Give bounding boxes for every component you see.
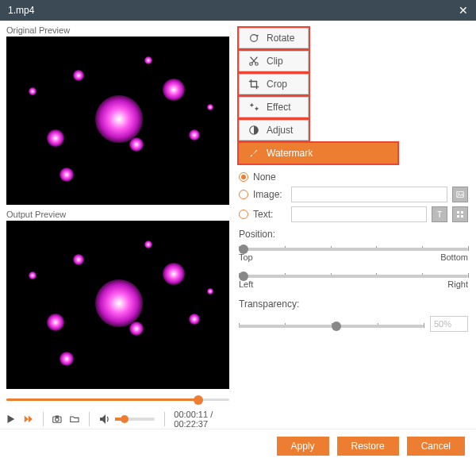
- titlebar: 1.mp4 ✕: [0, 0, 476, 21]
- close-icon[interactable]: ✕: [459, 4, 468, 17]
- rotate-icon: [248, 32, 260, 44]
- clip-label: Clip: [267, 56, 283, 67]
- playback-time: 00:00:11 / 00:22:37: [174, 410, 229, 429]
- svg-rect-14: [457, 211, 459, 214]
- tools-column: Rotate Clip Crop Effect Adjust: [236, 21, 476, 429]
- fast-forward-icon[interactable]: [24, 413, 33, 425]
- pos-right-label: Right: [447, 279, 468, 289]
- rotate-tool[interactable]: Rotate: [239, 28, 309, 48]
- pos-top-label: Top: [239, 252, 253, 262]
- position-label: Position:: [239, 229, 468, 240]
- rotate-label: Rotate: [267, 33, 294, 44]
- scrub-bar[interactable]: [6, 395, 229, 403]
- svg-marker-2: [29, 416, 33, 423]
- volume-control[interactable]: [99, 413, 155, 425]
- play-icon[interactable]: [6, 413, 16, 425]
- main-area: Original Preview Output Preview: [0, 21, 476, 429]
- browse-image-button[interactable]: [452, 187, 468, 202]
- crop-icon: [248, 78, 260, 90]
- transparency-value[interactable]: 50%: [430, 316, 468, 332]
- svg-marker-0: [7, 415, 14, 423]
- none-radio[interactable]: [239, 172, 248, 182]
- image-label: Image:: [253, 189, 286, 200]
- footer: Apply Restore Cancel: [0, 429, 476, 462]
- svg-point-4: [56, 418, 59, 422]
- cancel-button[interactable]: Cancel: [407, 437, 465, 456]
- crop-label: Crop: [267, 79, 287, 90]
- original-preview: [6, 37, 229, 205]
- text-radio[interactable]: [239, 210, 248, 219]
- brush-icon: [248, 147, 260, 160]
- stars-icon: [248, 101, 260, 114]
- text-label: Text:: [253, 209, 286, 220]
- svg-rect-17: [461, 215, 463, 218]
- transparency-slider[interactable]: [239, 320, 424, 328]
- apply-button[interactable]: Apply: [277, 437, 329, 456]
- snapshot-icon[interactable]: [52, 413, 62, 425]
- playback-controls: 00:00:11 / 00:22:37: [6, 410, 229, 429]
- watermark-panel: None Image: Text: T Position:: [239, 171, 468, 332]
- volume-icon[interactable]: [99, 413, 112, 425]
- clip-tool[interactable]: Clip: [239, 51, 309, 71]
- svg-rect-16: [457, 215, 459, 218]
- open-folder-icon[interactable]: [70, 413, 79, 425]
- output-preview: [6, 221, 229, 389]
- output-preview-label: Output Preview: [6, 210, 229, 219]
- text-color-button[interactable]: [452, 206, 468, 222]
- watermark-tool[interactable]: Watermark: [239, 143, 397, 164]
- watermark-label: Watermark: [267, 148, 313, 159]
- text-format-button[interactable]: T: [432, 206, 447, 222]
- svg-rect-5: [56, 416, 59, 418]
- volume-slider[interactable]: [115, 418, 155, 421]
- image-input[interactable]: [291, 187, 447, 202]
- svg-rect-15: [461, 211, 463, 214]
- pos-left-label: Left: [239, 279, 253, 289]
- adjust-tool[interactable]: Adjust: [239, 120, 309, 141]
- position-horizontal-slider[interactable]: Left Right: [239, 270, 468, 289]
- transparency-label: Transparency:: [239, 298, 468, 310]
- scissors-icon: [248, 55, 260, 67]
- contrast-icon: [248, 124, 260, 137]
- svg-marker-6: [100, 414, 106, 424]
- restore-button[interactable]: Restore: [337, 437, 399, 456]
- original-preview-label: Original Preview: [6, 25, 229, 35]
- adjust-label: Adjust: [267, 125, 293, 136]
- effect-tool[interactable]: Effect: [239, 97, 309, 117]
- pos-bottom-label: Bottom: [440, 252, 468, 262]
- none-label: None: [253, 171, 276, 183]
- text-input[interactable]: [291, 206, 427, 222]
- position-vertical-slider[interactable]: Top Bottom: [239, 243, 468, 262]
- preview-column: Original Preview Output Preview: [0, 21, 236, 429]
- effect-label: Effect: [267, 102, 290, 113]
- window-title: 1.mp4: [8, 5, 34, 16]
- image-radio[interactable]: [239, 190, 248, 199]
- svg-marker-1: [25, 416, 29, 423]
- crop-tool[interactable]: Crop: [239, 74, 309, 94]
